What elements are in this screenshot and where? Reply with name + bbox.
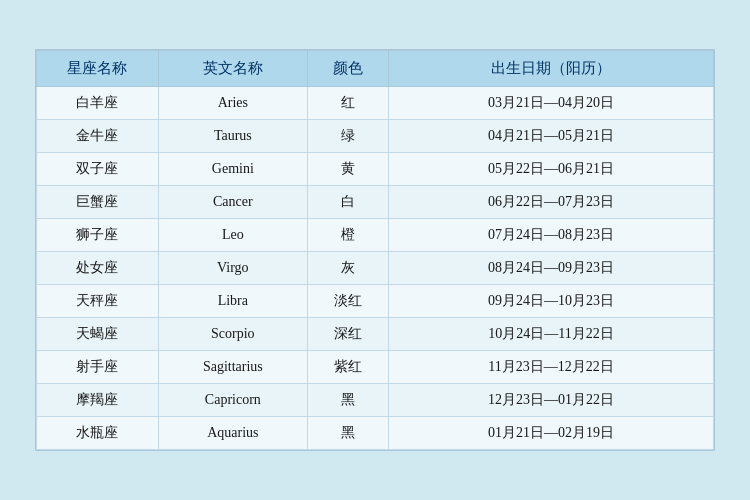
table-row: 白羊座Aries红03月21日—04月20日 <box>37 87 714 120</box>
cell-chinese: 双子座 <box>37 153 159 186</box>
cell-date: 09月24日—10月23日 <box>389 285 714 318</box>
table-row: 摩羯座Capricorn黑12月23日—01月22日 <box>37 384 714 417</box>
cell-english: Taurus <box>158 120 307 153</box>
table-body: 白羊座Aries红03月21日—04月20日金牛座Taurus绿04月21日—0… <box>37 87 714 450</box>
cell-date: 12月23日—01月22日 <box>389 384 714 417</box>
cell-date: 01月21日—02月19日 <box>389 417 714 450</box>
cell-color: 紫红 <box>307 351 388 384</box>
cell-color: 深红 <box>307 318 388 351</box>
cell-color: 黑 <box>307 417 388 450</box>
cell-chinese: 巨蟹座 <box>37 186 159 219</box>
table-row: 天蝎座Scorpio深红10月24日—11月22日 <box>37 318 714 351</box>
cell-date: 11月23日—12月22日 <box>389 351 714 384</box>
cell-color: 淡红 <box>307 285 388 318</box>
header-chinese: 星座名称 <box>37 51 159 87</box>
table-row: 巨蟹座Cancer白06月22日—07月23日 <box>37 186 714 219</box>
table-row: 水瓶座Aquarius黑01月21日—02月19日 <box>37 417 714 450</box>
cell-color: 橙 <box>307 219 388 252</box>
cell-date: 05月22日—06月21日 <box>389 153 714 186</box>
cell-english: Gemini <box>158 153 307 186</box>
table-header-row: 星座名称 英文名称 颜色 出生日期（阳历） <box>37 51 714 87</box>
cell-chinese: 水瓶座 <box>37 417 159 450</box>
cell-date: 07月24日—08月23日 <box>389 219 714 252</box>
cell-chinese: 射手座 <box>37 351 159 384</box>
cell-date: 06月22日—07月23日 <box>389 186 714 219</box>
zodiac-table: 星座名称 英文名称 颜色 出生日期（阳历） 白羊座Aries红03月21日—04… <box>36 50 714 450</box>
cell-chinese: 金牛座 <box>37 120 159 153</box>
cell-date: 10月24日—11月22日 <box>389 318 714 351</box>
cell-color: 绿 <box>307 120 388 153</box>
table-row: 天秤座Libra淡红09月24日—10月23日 <box>37 285 714 318</box>
cell-color: 黄 <box>307 153 388 186</box>
cell-date: 08月24日—09月23日 <box>389 252 714 285</box>
table-row: 狮子座Leo橙07月24日—08月23日 <box>37 219 714 252</box>
cell-date: 03月21日—04月20日 <box>389 87 714 120</box>
cell-chinese: 狮子座 <box>37 219 159 252</box>
cell-english: Scorpio <box>158 318 307 351</box>
table-row: 处女座Virgo灰08月24日—09月23日 <box>37 252 714 285</box>
table-row: 射手座Sagittarius紫红11月23日—12月22日 <box>37 351 714 384</box>
cell-chinese: 白羊座 <box>37 87 159 120</box>
header-date: 出生日期（阳历） <box>389 51 714 87</box>
cell-english: Aries <box>158 87 307 120</box>
cell-color: 灰 <box>307 252 388 285</box>
cell-color: 白 <box>307 186 388 219</box>
cell-date: 04月21日—05月21日 <box>389 120 714 153</box>
header-english: 英文名称 <box>158 51 307 87</box>
cell-chinese: 天秤座 <box>37 285 159 318</box>
zodiac-table-container: 星座名称 英文名称 颜色 出生日期（阳历） 白羊座Aries红03月21日—04… <box>35 49 715 451</box>
table-row: 金牛座Taurus绿04月21日—05月21日 <box>37 120 714 153</box>
cell-chinese: 处女座 <box>37 252 159 285</box>
cell-english: Capricorn <box>158 384 307 417</box>
cell-english: Virgo <box>158 252 307 285</box>
cell-color: 红 <box>307 87 388 120</box>
header-color: 颜色 <box>307 51 388 87</box>
cell-chinese: 摩羯座 <box>37 384 159 417</box>
cell-english: Leo <box>158 219 307 252</box>
cell-english: Libra <box>158 285 307 318</box>
cell-english: Aquarius <box>158 417 307 450</box>
cell-chinese: 天蝎座 <box>37 318 159 351</box>
table-row: 双子座Gemini黄05月22日—06月21日 <box>37 153 714 186</box>
cell-color: 黑 <box>307 384 388 417</box>
cell-english: Sagittarius <box>158 351 307 384</box>
cell-english: Cancer <box>158 186 307 219</box>
